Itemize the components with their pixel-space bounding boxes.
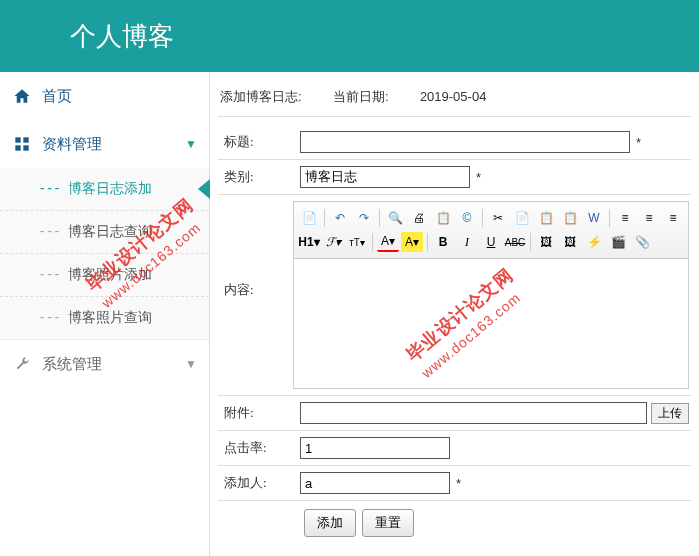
svg-rect-1 — [23, 137, 28, 142]
reset-button[interactable]: 重置 — [362, 509, 414, 537]
cut-icon[interactable]: ✂ — [487, 208, 509, 228]
print-icon[interactable]: 🖨 — [408, 208, 430, 228]
author-label: 添加人: — [220, 474, 300, 492]
form-row-category: 类别: * — [218, 160, 691, 195]
breadcrumb-prefix: 添加博客日志: — [220, 89, 302, 104]
sidebar-datamgmt-label: 资料管理 — [42, 135, 185, 154]
breadcrumb-date-label: 当前日期: — [333, 89, 389, 104]
submenu: --- 博客日志添加 --- 博客日志查询 --- 博客照片添加 --- 博客照… — [0, 168, 209, 339]
form-row-hits: 点击率: — [218, 431, 691, 466]
upload-button[interactable]: 上传 — [651, 403, 689, 424]
sidebar-home-label: 首页 — [42, 87, 197, 106]
submit-button[interactable]: 添加 — [304, 509, 356, 537]
rich-editor: 📄 ↶ ↷ 🔍 🖨 📋 © ✂ 📄 📋 📋 — [293, 201, 689, 389]
dash-icon: --- — [38, 180, 60, 196]
submenu-label: 博客照片添加 — [68, 266, 152, 282]
sidebar-sysmgmt-label: 系统管理 — [42, 355, 185, 374]
form-row-content: 内容: 📄 ↶ ↷ 🔍 🖨 📋 © ✂ 📄 — [218, 195, 691, 396]
sidebar-item-sys-mgmt[interactable]: 系统管理 ▼ — [0, 339, 209, 388]
required-mark: * — [456, 476, 461, 491]
font-color-icon[interactable]: A▾ — [377, 232, 399, 252]
chevron-down-icon: ▼ — [185, 137, 197, 151]
hits-input[interactable] — [300, 437, 450, 459]
title-label: 标题: — [220, 133, 300, 151]
editor-body[interactable] — [293, 259, 689, 389]
submenu-label: 博客日志查询 — [68, 223, 152, 239]
underline-icon[interactable]: U — [480, 232, 502, 252]
wrench-icon — [12, 354, 32, 374]
breadcrumb: 添加博客日志: 当前日期: 2019-05-04 — [218, 84, 691, 117]
align-left-icon[interactable]: ≡ — [614, 208, 636, 228]
media-icon[interactable]: 🎬 — [607, 232, 629, 252]
sidebar: 首页 资料管理 ▼ --- 博客日志添加 --- 博客日志查询 --- 博客照片… — [0, 72, 210, 556]
hits-label: 点击率: — [220, 439, 300, 457]
breadcrumb-date-value: 2019-05-04 — [420, 89, 487, 104]
paste-text-icon[interactable]: 📋 — [559, 208, 581, 228]
code-icon[interactable]: © — [456, 208, 478, 228]
source-icon[interactable]: 📄 — [298, 208, 320, 228]
undo-icon[interactable]: ↶ — [329, 208, 351, 228]
dash-icon: --- — [38, 266, 60, 282]
redo-icon[interactable]: ↷ — [353, 208, 375, 228]
category-label: 类别: — [220, 168, 300, 186]
submenu-item-query-photo[interactable]: --- 博客照片查询 — [0, 296, 209, 339]
image-icon[interactable]: 🖼 — [535, 232, 557, 252]
font-size-icon[interactable]: тT▾ — [346, 232, 368, 252]
dash-icon: --- — [38, 309, 60, 325]
form-row-author: 添加人: * — [218, 466, 691, 501]
bold-icon[interactable]: B — [432, 232, 454, 252]
align-right-icon[interactable]: ≡ — [662, 208, 684, 228]
required-mark: * — [636, 135, 641, 150]
home-icon — [12, 86, 32, 106]
submenu-item-add-post[interactable]: --- 博客日志添加 — [0, 168, 209, 210]
submenu-label: 博客日志添加 — [68, 180, 152, 196]
submenu-item-query-post[interactable]: --- 博客日志查询 — [0, 210, 209, 253]
file-icon[interactable]: 📎 — [631, 232, 653, 252]
submenu-item-add-photo[interactable]: --- 博客照片添加 — [0, 253, 209, 296]
form-row-title: 标题: * — [218, 125, 691, 160]
author-input[interactable] — [300, 472, 450, 494]
main-content: 添加博客日志: 当前日期: 2019-05-04 标题: * 类别: * 内容: — [210, 72, 699, 556]
attachment-input[interactable] — [300, 402, 647, 424]
align-center-icon[interactable]: ≡ — [638, 208, 660, 228]
strike-icon[interactable]: ABC — [504, 232, 526, 252]
svg-rect-2 — [15, 145, 20, 150]
active-pointer-icon — [198, 179, 210, 199]
paste-word-icon[interactable]: W — [583, 208, 605, 228]
multi-image-icon[interactable]: 🖼 — [559, 232, 581, 252]
paste-icon[interactable]: 📋 — [535, 208, 557, 228]
title-input[interactable] — [300, 131, 630, 153]
chevron-down-icon: ▼ — [185, 357, 197, 371]
heading-icon[interactable]: H1▾ — [298, 232, 320, 252]
attachment-label: 附件: — [220, 404, 300, 422]
italic-icon[interactable]: I — [456, 232, 478, 252]
button-row: 添加 重置 — [218, 501, 691, 545]
sidebar-item-data-mgmt[interactable]: 资料管理 ▼ — [0, 120, 209, 168]
required-mark: * — [476, 170, 481, 185]
app-header: 个人博客 — [0, 0, 699, 72]
grid-icon — [12, 134, 32, 154]
content-label: 内容: — [220, 201, 293, 299]
app-title: 个人博客 — [70, 19, 174, 54]
flash-icon[interactable]: ⚡ — [583, 232, 605, 252]
font-family-icon[interactable]: ℱ▾ — [322, 232, 344, 252]
dash-icon: --- — [38, 223, 60, 239]
template-icon[interactable]: 📋 — [432, 208, 454, 228]
preview-icon[interactable]: 🔍 — [384, 208, 406, 228]
highlight-icon[interactable]: A▾ — [401, 232, 423, 252]
svg-rect-3 — [23, 145, 28, 150]
svg-rect-0 — [15, 137, 20, 142]
editor-toolbar: 📄 ↶ ↷ 🔍 🖨 📋 © ✂ 📄 📋 📋 — [293, 201, 689, 259]
category-input[interactable] — [300, 166, 470, 188]
form-row-attachment: 附件: 上传 — [218, 396, 691, 431]
sidebar-item-home[interactable]: 首页 — [0, 72, 209, 120]
submenu-label: 博客照片查询 — [68, 309, 152, 325]
copy-icon[interactable]: 📄 — [511, 208, 533, 228]
